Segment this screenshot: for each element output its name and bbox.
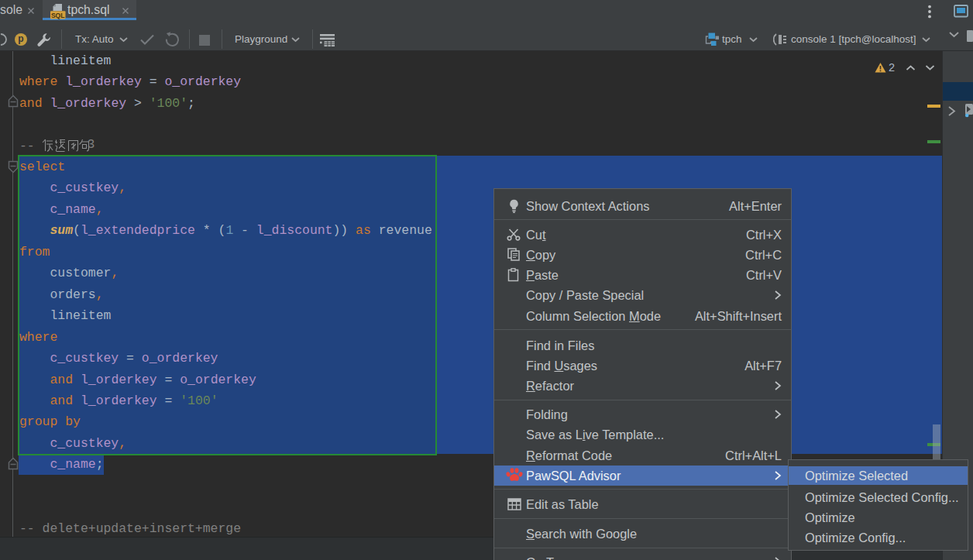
svg-text:SQL: SQL — [51, 12, 64, 19]
